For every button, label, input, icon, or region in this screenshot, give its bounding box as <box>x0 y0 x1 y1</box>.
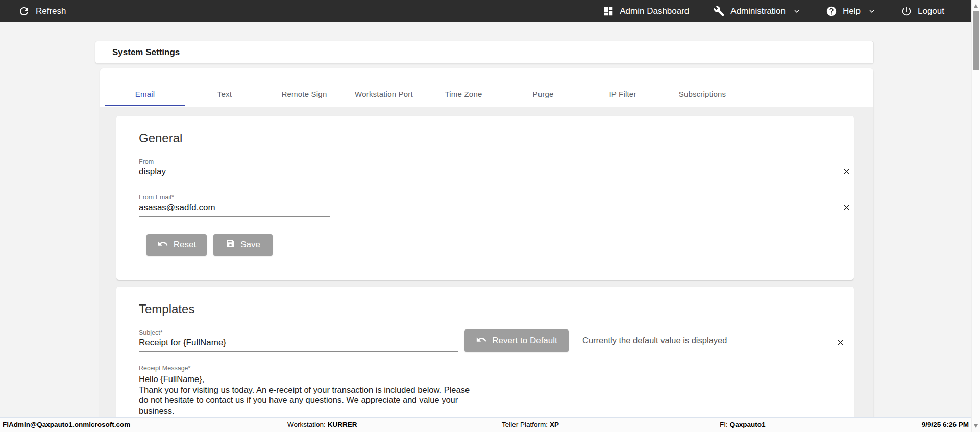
workstation-label: Workstation: <box>287 421 326 428</box>
clear-from-email-button[interactable] <box>842 203 851 213</box>
fi-label: FI: <box>720 421 728 428</box>
status-datetime: 9/9/25 6:26 PM <box>922 418 969 432</box>
close-icon <box>842 206 851 213</box>
general-section: General From From Email* <box>116 116 854 280</box>
logout-button[interactable]: Logout <box>901 6 944 17</box>
tab-email[interactable]: Email <box>105 82 185 106</box>
teller-platform-value: XP <box>550 421 559 428</box>
scroll-up-arrow-icon[interactable] <box>974 4 978 8</box>
chevron-down-icon <box>792 7 801 16</box>
from-input[interactable] <box>139 166 330 181</box>
help-menu[interactable]: Help <box>826 6 876 17</box>
workstation-value: KURRER <box>328 421 357 428</box>
subject-input[interactable] <box>139 337 458 352</box>
reset-button-label: Reset <box>174 240 196 250</box>
page-title-card: System Settings <box>95 41 874 64</box>
refresh-label: Refresh <box>36 6 66 16</box>
tab-subscriptions[interactable]: Subscriptions <box>663 82 742 106</box>
floppy-disk-icon <box>226 239 235 251</box>
clear-subject-button[interactable] <box>836 338 845 348</box>
tab-workstation-port[interactable]: Workstation Port <box>344 82 424 106</box>
fi-value: Qaxpauto1 <box>730 421 766 428</box>
save-button[interactable]: Save <box>213 234 273 256</box>
status-bar: FiAdmin@Qaxpauto1.onmicrosoft.com Workst… <box>0 417 980 432</box>
scroll-down-arrow-icon[interactable] <box>974 424 978 428</box>
top-navigation-bar: Refresh Admin Dashboard Administration H… <box>0 0 980 22</box>
admin-dashboard-label: Admin Dashboard <box>620 6 689 16</box>
undo-icon <box>476 334 487 348</box>
close-icon <box>842 170 851 177</box>
page-title: System Settings <box>112 47 180 58</box>
tab-ip-filter[interactable]: IP Filter <box>583 82 663 106</box>
help-icon <box>826 6 837 17</box>
settings-tabs: Email Text Remote Sign Workstation Port … <box>105 82 873 106</box>
logout-label: Logout <box>918 6 944 16</box>
from-email-input[interactable] <box>139 202 330 217</box>
save-button-label: Save <box>240 240 260 250</box>
status-workstation: Workstation:KURRER <box>287 418 357 432</box>
from-email-field-label: From Email* <box>139 194 854 201</box>
from-field: From <box>139 158 854 181</box>
help-label: Help <box>843 6 861 16</box>
administration-label: Administration <box>730 6 786 16</box>
status-teller-platform: Teller Platform:XP <box>502 418 559 432</box>
email-tab-panel: General From From Email* <box>100 107 873 432</box>
clear-from-button[interactable] <box>842 167 851 177</box>
tab-purge[interactable]: Purge <box>503 82 583 106</box>
settings-card: Email Text Remote Sign Workstation Port … <box>100 68 873 432</box>
templates-section: Templates Subject* Revert to Default <box>116 287 854 432</box>
templates-heading: Templates <box>139 302 854 316</box>
teller-platform-label: Teller Platform: <box>502 421 548 428</box>
revert-to-default-button[interactable]: Revert to Default <box>464 329 569 352</box>
status-user: FiAdmin@Qaxpauto1.onmicrosoft.com <box>3 418 130 432</box>
status-fi: FI:Qaxpauto1 <box>720 418 766 432</box>
receipt-message-label: Receipt Message* <box>139 365 854 372</box>
refresh-button[interactable]: Refresh <box>18 5 66 17</box>
undo-icon <box>157 238 168 252</box>
chevron-down-icon <box>867 7 876 16</box>
vertical-scrollbar[interactable] <box>971 0 980 432</box>
refresh-icon <box>18 5 30 17</box>
scrollbar-thumb[interactable] <box>973 11 979 70</box>
tab-time-zone[interactable]: Time Zone <box>424 82 503 106</box>
admin-dashboard-button[interactable]: Admin Dashboard <box>603 6 689 17</box>
administration-menu[interactable]: Administration <box>714 6 801 17</box>
topbar-right-group: Admin Dashboard Administration Help L <box>603 6 944 17</box>
from-email-field: From Email* <box>139 194 854 217</box>
receipt-message-field: Receipt Message* Hello {FullName}, Thank… <box>139 365 854 421</box>
power-icon <box>901 6 912 17</box>
revert-to-default-label: Revert to Default <box>492 336 557 346</box>
tab-remote-sign[interactable]: Remote Sign <box>264 82 344 106</box>
dashboard-icon <box>603 6 614 17</box>
revert-note: Currently the default value is displayed <box>582 336 727 345</box>
from-field-label: From <box>139 158 854 165</box>
close-icon <box>836 341 845 348</box>
tab-text[interactable]: Text <box>185 82 264 106</box>
general-actions: Reset Save <box>146 234 854 256</box>
receipt-message-textarea[interactable]: Hello {FullName}, Thank you for visiting… <box>139 374 476 419</box>
wrench-icon <box>714 6 725 17</box>
reset-button[interactable]: Reset <box>146 234 207 256</box>
general-heading: General <box>139 131 854 145</box>
